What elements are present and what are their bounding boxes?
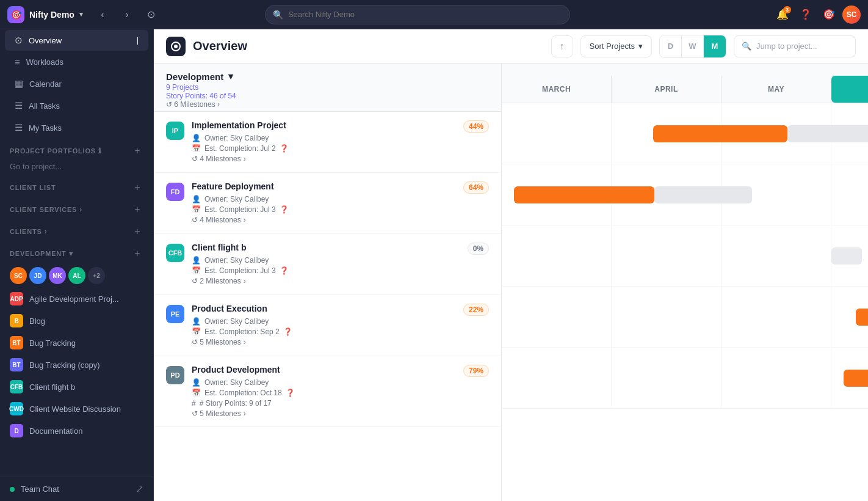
milestones-btn-implementation[interactable]: ↺ 4 Milestones › bbox=[192, 155, 246, 163]
export-button[interactable]: ↑ bbox=[551, 35, 573, 57]
milestones-btn-pe[interactable]: ↺ 5 Milestones › bbox=[192, 338, 246, 346]
section-development[interactable]: DEVELOPMENT ▾ + bbox=[0, 244, 153, 263]
project-name-client-flight: Client flight b bbox=[192, 243, 463, 252]
gantt-bar-cf-placeholder bbox=[831, 247, 862, 265]
workloads-icon: ≡ bbox=[15, 57, 20, 67]
history-button[interactable]: ⊙ bbox=[142, 5, 161, 24]
project-label-client-website: Client Website Discussion bbox=[29, 404, 121, 414]
user-avatar[interactable]: SC bbox=[842, 5, 861, 24]
back-button[interactable]: ‹ bbox=[93, 5, 112, 24]
global-search[interactable]: 🔍 bbox=[265, 5, 570, 24]
avatar-1[interactable]: SC bbox=[10, 267, 27, 284]
info-icon-pe[interactable]: ❓ bbox=[283, 327, 292, 336]
add-client-list-button[interactable]: + bbox=[131, 181, 143, 194]
team-chat-bar[interactable]: Team Chat ⤢ bbox=[0, 477, 153, 501]
project-owner-implementation: 👤 Owner: Sky Calibey bbox=[192, 134, 458, 142]
project-item-blog[interactable]: B Blog bbox=[0, 310, 153, 332]
info-icon-impl[interactable]: ❓ bbox=[280, 144, 289, 153]
clients-chevron: › bbox=[45, 227, 48, 236]
project-item-adp[interactable]: ADP Agile Development Proj... bbox=[0, 288, 153, 310]
avatar-more[interactable]: +2 bbox=[88, 267, 105, 284]
section-project-portfolios[interactable]: PROJECT PORTFOLIOS ℹ + bbox=[0, 141, 153, 161]
milestones-btn-fd[interactable]: ↺ 4 Milestones › bbox=[192, 216, 246, 224]
gantt-container: Development ▾ 9 Projects Story Points: 4… bbox=[154, 64, 868, 501]
group-milestones-button[interactable]: ↺ 6 Milestones › bbox=[166, 100, 220, 109]
sidebar-item-my-tasks[interactable]: ☰ My Tasks bbox=[5, 117, 148, 138]
brand-logo: 🎯 bbox=[7, 6, 24, 23]
forward-button[interactable]: › bbox=[117, 5, 137, 24]
sidebar-item-overview[interactable]: ⊙ Overview | bbox=[5, 30, 148, 51]
view-month-button[interactable]: M bbox=[704, 35, 726, 57]
project-label-bug-tracking-copy: Bug Tracking (copy) bbox=[29, 360, 100, 370]
project-item-bug-tracking-copy[interactable]: BT Bug Tracking (copy) bbox=[0, 354, 153, 376]
add-portfolio-button[interactable]: + bbox=[131, 145, 143, 157]
sidebar-item-workloads[interactable]: ≡ Workloads bbox=[5, 52, 148, 72]
add-development-button[interactable]: + bbox=[131, 247, 143, 260]
group-meta: 9 Projects Story Points: 46 of 54 bbox=[166, 83, 489, 100]
group-title[interactable]: Development ▾ bbox=[166, 71, 489, 82]
project-label-blog: Blog bbox=[29, 316, 45, 326]
project-name-feature-deployment: Feature Deployment bbox=[192, 181, 458, 191]
section-client-services[interactable]: CLIENT SERVICES › + bbox=[0, 200, 153, 219]
gantt-right-panel[interactable]: 2021 MARCH APRIL MAY JUNE JULY AUGUST SE… bbox=[502, 64, 868, 501]
development-label: DEVELOPMENT bbox=[10, 250, 67, 257]
view-day-button[interactable]: D bbox=[660, 35, 682, 57]
content-area: Overview ↑ Sort Projects ▾ D W M 🔍 bbox=[154, 29, 868, 501]
project-label-documentation: Documentation bbox=[29, 426, 82, 436]
dev-member-avatars: SC JD MK AL +2 bbox=[0, 263, 153, 288]
story-points-icon-pd: # bbox=[192, 399, 196, 408]
client-list-label: CLIENT LIST bbox=[10, 184, 56, 191]
project-item-documentation[interactable]: D Documentation bbox=[0, 420, 153, 442]
month-march: MARCH bbox=[502, 76, 612, 103]
milestones-btn-pd[interactable]: ↺ 5 Milestones › bbox=[192, 409, 246, 418]
project-item-client-flight[interactable]: CFB Client flight b bbox=[0, 376, 153, 398]
goto-project[interactable]: Go to project... bbox=[0, 161, 153, 175]
avatar-2[interactable]: JD bbox=[29, 267, 46, 284]
sidebar: ⊙ Overview | ≡ Workloads ▦ Calendar ☰ Al… bbox=[0, 29, 154, 501]
pct-badge-pe: 22% bbox=[463, 304, 489, 316]
sidebar-item-all-tasks[interactable]: ☰ All Tasks bbox=[5, 95, 148, 116]
avatar-3[interactable]: MK bbox=[49, 267, 66, 284]
project-completion-pe: 📅 Est. Completion: Sep 2 ❓ bbox=[192, 327, 458, 336]
sidebar-item-calendar[interactable]: ▦ Calendar bbox=[5, 73, 148, 94]
export-icon: ↑ bbox=[560, 41, 565, 52]
info-icon-fd[interactable]: ❓ bbox=[280, 205, 289, 214]
notifications-button[interactable]: 🔔 3 bbox=[773, 5, 792, 24]
notification-badge: 3 bbox=[783, 6, 791, 13]
project-icon-feature-deployment: FD bbox=[166, 183, 184, 201]
team-chat-expand-icon: ⤢ bbox=[136, 483, 143, 495]
info-icon-cf[interactable]: ❓ bbox=[280, 266, 289, 275]
help-button[interactable]: ❓ bbox=[796, 5, 816, 24]
project-owner-fd: 👤 Owner: Sky Calibey bbox=[192, 195, 458, 203]
extensions-button[interactable]: 🎯 bbox=[819, 5, 839, 24]
search-icon: 🔍 bbox=[273, 10, 283, 20]
section-clients[interactable]: CLIENTS › + bbox=[0, 222, 153, 241]
calendar-detail-icon-cf: 📅 bbox=[192, 266, 201, 275]
project-item-client-website[interactable]: CWD Client Website Discussion bbox=[0, 398, 153, 420]
view-week-button[interactable]: W bbox=[682, 35, 704, 57]
online-indicator bbox=[10, 487, 15, 492]
jump-search-input[interactable] bbox=[756, 42, 848, 51]
milestones-btn-cf[interactable]: ↺ 2 Milestones › bbox=[192, 277, 246, 285]
project-item-bug-tracking[interactable]: BT Bug Tracking bbox=[0, 332, 153, 354]
gantt-bar-fd-filled bbox=[514, 186, 654, 203]
sidebar-item-calendar-label: Calendar bbox=[29, 79, 62, 89]
info-icon-pd[interactable]: ❓ bbox=[286, 389, 295, 397]
group-chevron: ▾ bbox=[228, 71, 233, 82]
section-client-list[interactable]: CLIENT LIST + bbox=[0, 178, 153, 197]
search-input[interactable] bbox=[288, 10, 562, 19]
avatar-4[interactable]: AL bbox=[68, 267, 85, 284]
add-client-services-button[interactable]: + bbox=[131, 203, 143, 216]
gantt-row-client-flight bbox=[502, 225, 868, 287]
gantt-bar-pd-filled bbox=[844, 370, 868, 387]
goto-project-label: Go to project... bbox=[10, 162, 62, 171]
gantt-bar-impl-empty bbox=[787, 125, 868, 142]
brand[interactable]: 🎯 Nifty Demo ▾ bbox=[7, 6, 83, 23]
add-clients-button[interactable]: + bbox=[131, 225, 143, 238]
sort-projects-button[interactable]: Sort Projects ▾ bbox=[580, 35, 652, 57]
project-badge-documentation: D bbox=[10, 424, 23, 437]
gantt-body bbox=[502, 103, 868, 409]
main-layout: ⊙ Overview | ≡ Workloads ▦ Calendar ☰ Al… bbox=[0, 29, 868, 501]
owner-icon-fd: 👤 bbox=[192, 195, 201, 203]
jump-to-project[interactable]: 🔍 bbox=[734, 35, 856, 57]
